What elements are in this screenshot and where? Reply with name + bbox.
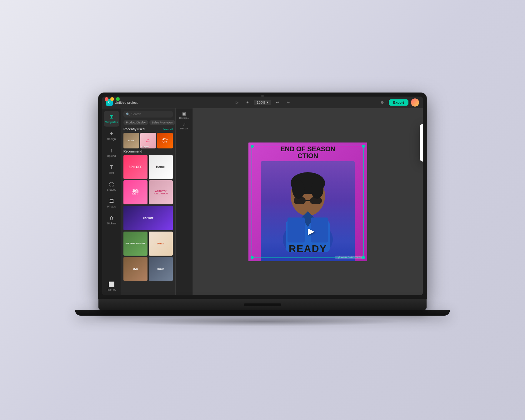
template-thumb-3[interactable]: 40%OFF [157,133,173,148]
recommend-thumb-2[interactable]: Home. [149,155,173,179]
ai-brush-btn[interactable]: ✦ [243,98,252,107]
recommend-thumb-3[interactable]: 30%OFF [123,180,148,204]
design-icon: ✦ [109,131,113,137]
template-thumb-1[interactable]: READY. [123,133,139,148]
background-label: Backgr... [179,117,189,119]
search-bar[interactable]: 🔍 Search [123,111,173,118]
app-screen: C Untitled project ▷ ✦ 100% ▾ ↩ ↪ ⚙ Expo… [102,97,423,295]
thumb-text-1: READY. [128,140,134,142]
recommend-text-4: ACTIVITYICE CREAM [154,190,168,195]
recommend-text-5: CAPCUT [143,217,153,219]
recently-used-grid: READY. PetFood CAPCUT [123,133,173,148]
top-bar-center: ▷ ✦ 100% ▾ ↩ ↪ [233,98,292,107]
laptop-foot [75,310,450,316]
url-link-icon: 🔗 [338,256,341,258]
zoom-control[interactable]: 100% ▾ [254,100,271,105]
sidebar-item-design[interactable]: ✦ Design [104,128,119,143]
recommend-overlay-fresh: Fresh [149,232,173,256]
recently-used-title: Recently used [123,128,145,131]
zoom-chevron: ▾ [267,100,268,104]
recommend-thumb-4[interactable]: ACTIVITYICE CREAM [149,180,173,204]
laptop-base [98,299,427,310]
sidebar-item-upload[interactable]: ↑ Upload [104,145,119,160]
recommend-overlay-denim1: style [123,257,148,281]
close-button[interactable] [105,97,108,101]
filter-sales-promotion[interactable]: Sales Promotion [149,120,175,125]
laptop-container: C Untitled project ▷ ✦ 100% ▾ ↩ ↪ ⚙ Expo… [91,93,434,327]
upload-label: Upload [107,154,116,158]
design-label: Design [107,138,116,141]
recommend-thumb-5[interactable]: CAPCUT [123,206,173,230]
search-placeholder: Search [131,112,141,116]
sidebar-item-photos[interactable]: 🖼 Photos [104,195,119,211]
redo-btn[interactable]: ↪ [284,98,292,107]
stickers-icon: ✿ [109,215,113,221]
filter-pills: Product Display Sales Promotion [121,120,175,128]
template-scroll: Recently used View all READY. [121,128,175,295]
laptop-shadow [122,317,403,326]
frames-icon: ⬜ [108,281,115,287]
recommend-thumb-denim1[interactable]: style [123,257,148,281]
undo-btn[interactable]: ↩ [273,98,282,107]
background-tool-btn[interactable]: ▣ Backgr... [177,110,191,120]
shapes-label: Shapes [107,188,116,191]
export-button[interactable]: Export [389,99,408,106]
canvas-line2: CTION [248,152,367,159]
recommend-section: Recommend 30% OFF Home [121,150,175,283]
recommend-text-fresh: Fresh [158,242,164,245]
traffic-lights [105,97,120,101]
recommend-overlay-2: Home. [149,155,173,179]
recommend-overlay-6: PET SHOP AND CARE [123,232,148,256]
left-panel: 🔍 Search Product Display Sales Promotion… [121,108,176,295]
filter-product-display[interactable]: Product Display [123,120,148,125]
user-avatar[interactable] [411,98,419,107]
canvas-area[interactable]: END OF SEASON CTION [193,108,423,295]
cursor-tool-btn[interactable]: ▷ [233,98,241,107]
cutout-panel: Cutout × ◇ ⊘ ✦ [420,124,423,162]
sidebar-item-templates[interactable]: ⊞ Templates [104,111,119,127]
recommend-overlay-1: 30% OFF [123,155,148,179]
canvas-bottom-text: READY [248,242,367,255]
maximize-button[interactable] [116,97,120,101]
zoom-value: 100% [257,101,265,104]
templates-label: Templates [105,121,118,124]
templates-icon: ⊞ [109,114,113,120]
thumb-overlay-3: 40%OFF [157,133,173,148]
minimize-button[interactable] [110,97,114,101]
recommend-thumb-1[interactable]: 30% OFF [123,155,148,179]
project-title: Untitled project [115,101,138,104]
recommend-text-6: PET SHOP AND CARE [126,242,145,245]
sidebar-item-stickers[interactable]: ✿ Stickers [104,212,119,228]
recommend-thumb-denim2[interactable]: Denim [149,257,173,281]
recommend-overlay-denim2: Denim [149,257,173,281]
top-bar-right: ⚙ Export [295,98,419,107]
canvas-url: 🔗 WWW.CAPCUT.COM [335,256,365,259]
thumb-overlay-1: READY. [123,133,139,148]
recommend-thumb-fresh[interactable]: Fresh [149,232,173,256]
sidebar-item-text[interactable]: T Text [104,162,119,177]
photos-icon: 🖼 [109,198,114,204]
recommend-text-1: 30% OFF [129,166,142,169]
svg-rect-7 [310,197,322,204]
sidebar-item-shapes[interactable]: ◯ Shapes [104,178,119,194]
canvas-line1: END OF SEASON [248,146,367,152]
text-label: Text [109,171,114,174]
thumb-text-3: 40%OFF [162,138,168,143]
settings-btn[interactable]: ⚙ [378,98,386,107]
recommend-title: Recommend [123,150,142,153]
recently-used-header: Recently used View all [123,128,173,131]
search-icon: 🔍 [126,112,130,116]
sidebar-item-frames[interactable]: ⬜ Frames [104,280,119,295]
recently-used-section: Recently used View all READY. [121,128,175,150]
resize-icon: ⤢ [182,122,186,127]
svg-rect-6 [294,197,306,204]
template-thumb-2[interactable]: PetFood CAPCUT [140,133,156,148]
canvas: END OF SEASON CTION [248,142,367,261]
view-all-btn[interactable]: View all [163,128,173,131]
stickers-label: Stickers [106,222,116,225]
svg-rect-10 [288,218,305,242]
top-bar-left: C Untitled project [106,99,230,106]
canvas-headline: END OF SEASON CTION [248,146,367,159]
resize-tool-btn[interactable]: ⤢ Resize [177,121,191,131]
recommend-thumb-6[interactable]: PET SHOP AND CARE [123,232,148,256]
